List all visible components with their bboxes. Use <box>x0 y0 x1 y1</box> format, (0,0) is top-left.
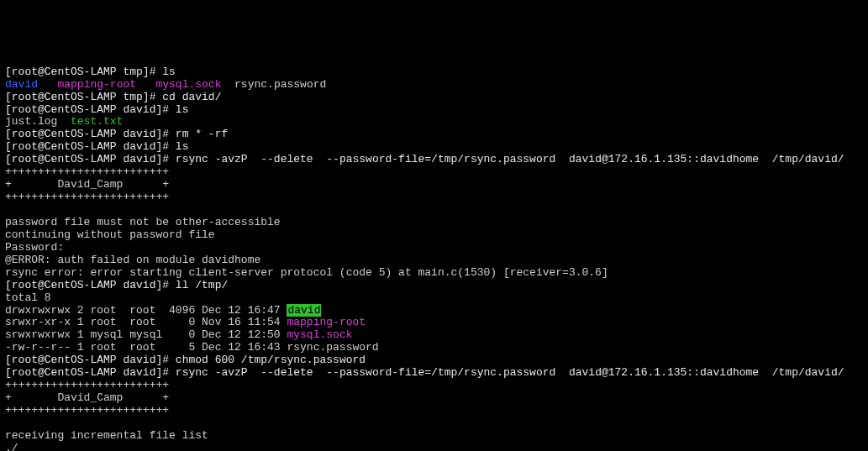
output-text: +++++++++++++++++++++++++ <box>5 165 169 178</box>
terminal-line: +++++++++++++++++++++++++ <box>5 191 863 204</box>
terminal-line: drwxrwxrwx 2 root root 4096 Dec 12 16:47… <box>5 305 863 317</box>
output-text: ./ <box>5 442 18 451</box>
terminal[interactable]: [root@CentOS-LAMP tmp]# lsdavid mapping-… <box>0 63 868 451</box>
output-segment: mapping-root <box>287 316 366 328</box>
terminal-line: [root@CentOS-LAMP david]# ll /tmp/ <box>5 280 863 292</box>
terminal-line: password file must not be other-accessib… <box>5 217 863 229</box>
command: ll /tmp/ <box>176 279 228 291</box>
output-text: continuing without password file <box>5 228 215 241</box>
command: ls <box>176 140 189 153</box>
terminal-line: [root@CentOS-LAMP david]# ls <box>5 141 863 154</box>
prompt: [root@CentOS-LAMP david]# <box>5 279 176 291</box>
terminal-line: ./ <box>5 443 863 451</box>
prompt: [root@CentOS-LAMP david]# <box>5 140 176 153</box>
output-text: total 8 <box>5 291 51 304</box>
output-text: rsync error: error starting client-serve… <box>5 266 608 279</box>
prompt: [root@CentOS-LAMP david]# <box>5 354 176 366</box>
terminal-line: [root@CentOS-LAMP tmp]# cd david/ <box>5 92 863 104</box>
terminal-line: [root@CentOS-LAMP david]# rsync -avzP --… <box>5 367 863 380</box>
output-segment: rsync.password <box>221 78 326 91</box>
terminal-line: [root@CentOS-LAMP tmp]# ls <box>5 66 863 79</box>
command: ls <box>162 66 176 78</box>
terminal-line: total 8 <box>5 292 863 305</box>
output-segment: mysql.sock <box>155 78 221 91</box>
output-text <box>5 417 12 429</box>
terminal-line: david mapping-root mysql.sock rsync.pass… <box>5 79 863 92</box>
terminal-line: +++++++++++++++++++++++++ <box>5 405 863 417</box>
output-segment: mapping-root <box>57 78 136 91</box>
output-segment: drwxrwxrwx 2 root root 4096 Dec 12 16:47 <box>5 304 287 317</box>
command: cd david/ <box>162 91 221 103</box>
terminal-line: -rw-r--r-- 1 root root 5 Dec 12 16:43 rs… <box>5 342 863 354</box>
prompt: [root@CentOS-LAMP david]# <box>5 128 176 140</box>
output-segment: test.txt <box>71 115 123 128</box>
command: ls <box>176 103 189 116</box>
terminal-line: receiving incremental file list <box>5 430 863 443</box>
output-segment: srwxr-xr-x 1 root root 0 Nov 16 11:54 <box>5 316 287 328</box>
terminal-line: + David_Camp + <box>5 392 863 405</box>
terminal-line: +++++++++++++++++++++++++ <box>5 380 863 392</box>
command: rm * -rf <box>176 128 228 140</box>
output-segment: mysql.sock <box>287 328 352 341</box>
output-text: +++++++++++++++++++++++++ <box>5 191 169 203</box>
terminal-line: rsync error: error starting client-serve… <box>5 267 863 280</box>
output-segment <box>136 78 155 91</box>
terminal-line: [root@CentOS-LAMP david]# chmod 600 /tmp… <box>5 354 863 367</box>
terminal-line: [root@CentOS-LAMP david]# rm * -rf <box>5 128 863 141</box>
output-segment: david <box>287 304 321 317</box>
command: chmod 600 /tmp/rsync.password <box>176 354 366 366</box>
prompt: [root@CentOS-LAMP tmp]# <box>5 66 162 78</box>
terminal-line: srwxr-xr-x 1 root root 0 Nov 16 11:54 ma… <box>5 317 863 329</box>
prompt: [root@CentOS-LAMP david]# <box>5 103 176 116</box>
terminal-line: @ERROR: auth failed on module davidhome <box>5 254 863 267</box>
prompt: [root@CentOS-LAMP tmp]# <box>5 91 162 103</box>
output-segment <box>38 78 57 91</box>
prompt: [root@CentOS-LAMP david]# <box>5 366 176 379</box>
terminal-line: + David_Camp + <box>5 179 863 191</box>
command: rsync -avzP --delete --password-file=/tm… <box>176 366 844 379</box>
output-text: receiving incremental file list <box>5 429 208 442</box>
terminal-line <box>5 204 863 217</box>
output-segment: srwxrwxrwx 1 mysql mysql 0 Dec 12 12:50 <box>5 328 287 341</box>
output-text: + David_Camp + <box>5 178 169 191</box>
terminal-line: continuing without password file <box>5 229 863 242</box>
output-text: + David_Camp + <box>5 391 169 404</box>
command: rsync -avzP --delete --password-file=/tm… <box>176 153 844 165</box>
output-text: +++++++++++++++++++++++++ <box>5 404 169 417</box>
output-text: @ERROR: auth failed on module davidhome <box>5 254 260 266</box>
output-text: -rw-r--r-- 1 root root 5 Dec 12 16:43 rs… <box>5 341 379 354</box>
terminal-line: srwxrwxrwx 1 mysql mysql 0 Dec 12 12:50 … <box>5 329 863 342</box>
output-segment: just.log <box>5 115 71 128</box>
output-segment: david <box>5 78 38 91</box>
terminal-line: just.log test.txt <box>5 116 863 128</box>
output-text: Password: <box>5 241 64 254</box>
prompt: [root@CentOS-LAMP david]# <box>5 153 176 165</box>
terminal-line: Password: <box>5 242 863 254</box>
terminal-line: +++++++++++++++++++++++++ <box>5 166 863 179</box>
terminal-line: [root@CentOS-LAMP david]# rsync -avzP --… <box>5 154 863 166</box>
output-text: +++++++++++++++++++++++++ <box>5 379 169 391</box>
output-text: password file must not be other-accessib… <box>5 216 281 228</box>
output-text <box>5 203 12 216</box>
terminal-line <box>5 417 863 430</box>
terminal-line: [root@CentOS-LAMP david]# ls <box>5 104 863 117</box>
